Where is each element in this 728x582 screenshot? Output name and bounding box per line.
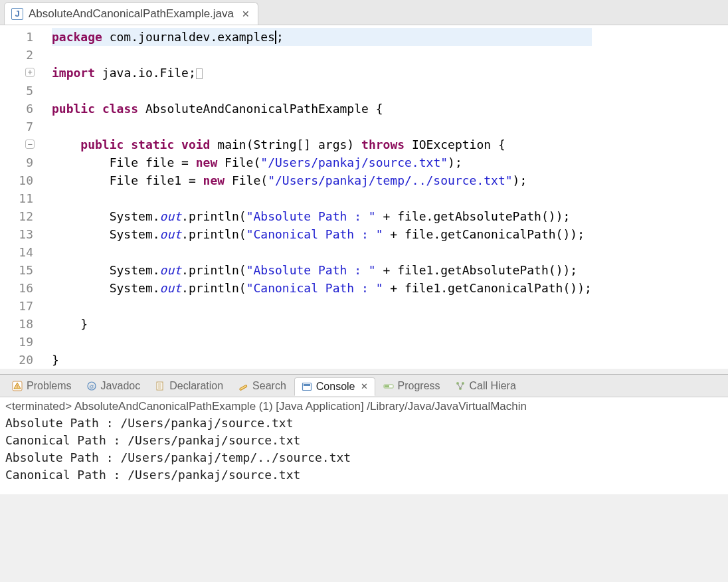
- code-line[interactable]: System.out.println("Absolute Path : " + …: [52, 207, 592, 225]
- line-number: 20: [0, 351, 33, 369]
- code-line[interactable]: public class AbsoluteAndCanonicalPathExa…: [52, 100, 592, 118]
- svg-rect-8: [239, 385, 247, 391]
- svg-line-16: [458, 383, 460, 389]
- line-number: 1: [0, 28, 33, 46]
- line-number: 6: [0, 100, 33, 118]
- code-editor[interactable]: 123+5678−91011121314151617181920 package…: [0, 25, 728, 369]
- editor-tab-filename: AbsoluteAndCanonicalPathExample.java: [29, 7, 234, 21]
- close-icon[interactable]: ✕: [361, 381, 368, 391]
- line-number-gutter: 123+5678−91011121314151617181920: [0, 28, 40, 369]
- code-line[interactable]: File file1 = new File("/Users/pankaj/tem…: [52, 171, 592, 189]
- code-line[interactable]: [52, 297, 592, 315]
- code-line[interactable]: import java.io.File;: [52, 64, 592, 82]
- tab-call-hierarchy-label: Call Hiera: [470, 380, 516, 392]
- console-output-line: Canonical Path : /Users/pankaj/source.tx…: [5, 466, 723, 484]
- code-line[interactable]: System.out.println("Absolute Path : " + …: [52, 261, 592, 279]
- java-file-icon: J: [11, 8, 23, 20]
- code-line[interactable]: }: [52, 351, 592, 369]
- line-number: 3+: [0, 64, 33, 82]
- tab-javadoc-label: Javadoc: [101, 380, 141, 392]
- tab-search-label: Search: [252, 380, 286, 392]
- svg-text:@: @: [89, 383, 94, 389]
- line-number: 10: [0, 171, 33, 189]
- line-number: 11: [0, 189, 33, 207]
- tab-search[interactable]: Search: [231, 377, 293, 395]
- search-icon: [238, 381, 248, 391]
- code-line[interactable]: [52, 189, 592, 207]
- code-line[interactable]: }: [52, 315, 592, 333]
- code-line[interactable]: public static void main(String[] args) t…: [52, 136, 592, 153]
- tab-problems-label: Problems: [27, 380, 72, 392]
- declaration-icon: [155, 381, 165, 391]
- code-line[interactable]: File file = new File("/Users/pankaj/sour…: [52, 153, 592, 171]
- tab-console[interactable]: Console ✕: [294, 377, 375, 396]
- code-line[interactable]: [52, 243, 592, 261]
- console-icon: [302, 381, 312, 392]
- console-output-line: Absolute Path : /Users/pankaj/source.txt: [5, 415, 723, 432]
- svg-rect-12: [385, 385, 389, 387]
- tab-call-hierarchy[interactable]: Call Hiera: [448, 377, 523, 395]
- tab-declaration[interactable]: Declaration: [148, 377, 230, 395]
- console-output-line: Absolute Path : /Users/pankaj/temp/../so…: [5, 449, 723, 466]
- code-line[interactable]: System.out.println("Canonical Path : " +…: [52, 225, 592, 243]
- tab-declaration-label: Declaration: [169, 380, 223, 392]
- tab-problems[interactable]: ! Problems: [5, 377, 78, 395]
- tab-progress-label: Progress: [398, 380, 440, 392]
- close-icon[interactable]: ✕: [240, 9, 251, 19]
- line-number: 5: [0, 82, 33, 100]
- line-number: 17: [0, 297, 33, 315]
- line-number: 19: [0, 333, 33, 351]
- editor-tab[interactable]: J AbsoluteAndCanonicalPathExample.java ✕: [4, 2, 258, 25]
- tab-progress[interactable]: Progress: [377, 377, 447, 395]
- folded-code-indicator[interactable]: [196, 68, 203, 79]
- line-number: 13: [0, 225, 33, 243]
- line-number: 9: [0, 153, 33, 171]
- code-line[interactable]: [52, 333, 592, 351]
- line-number: 16: [0, 279, 33, 297]
- code-line[interactable]: System.out.println("Canonical Path : " +…: [52, 279, 592, 297]
- tab-javadoc[interactable]: @ Javadoc: [80, 377, 147, 395]
- progress-icon: [383, 381, 394, 391]
- console-body[interactable]: <terminated> AbsoluteAndCanonicalPathExa…: [0, 397, 728, 494]
- code-line[interactable]: [52, 46, 592, 64]
- line-number: 18: [0, 315, 33, 333]
- bottom-panel: ! Problems @ Javadoc Declaration Search …: [0, 374, 728, 494]
- code-line[interactable]: [52, 118, 592, 136]
- svg-rect-10: [304, 384, 310, 386]
- line-number: 15: [0, 261, 33, 279]
- javadoc-icon: @: [86, 381, 97, 391]
- line-number: 8−: [0, 136, 33, 153]
- line-number: 12: [0, 207, 33, 225]
- bottom-tab-bar: ! Problems @ Javadoc Declaration Search …: [0, 375, 728, 397]
- console-terminated-info: <terminated> AbsoluteAndCanonicalPathExa…: [5, 400, 723, 413]
- line-number: 2: [0, 46, 33, 64]
- svg-text:!: !: [17, 384, 18, 389]
- code-line[interactable]: package com.journaldev.examples;: [52, 28, 592, 46]
- line-number: 14: [0, 243, 33, 261]
- tab-console-label: Console: [316, 381, 355, 393]
- call-hierarchy-icon: [455, 381, 466, 391]
- code-line[interactable]: [52, 82, 592, 100]
- fold-expand-icon[interactable]: +: [25, 68, 35, 77]
- problems-icon: !: [12, 381, 23, 391]
- editor-tab-bar: J AbsoluteAndCanonicalPathExample.java ✕: [0, 0, 728, 25]
- fold-collapse-icon[interactable]: −: [25, 140, 35, 149]
- line-number: 7: [0, 118, 33, 136]
- code-content[interactable]: package com.journaldev.examples; import …: [40, 28, 592, 369]
- svg-line-17: [460, 383, 463, 389]
- console-output-line: Canonical Path : /Users/pankaj/source.tx…: [5, 432, 723, 449]
